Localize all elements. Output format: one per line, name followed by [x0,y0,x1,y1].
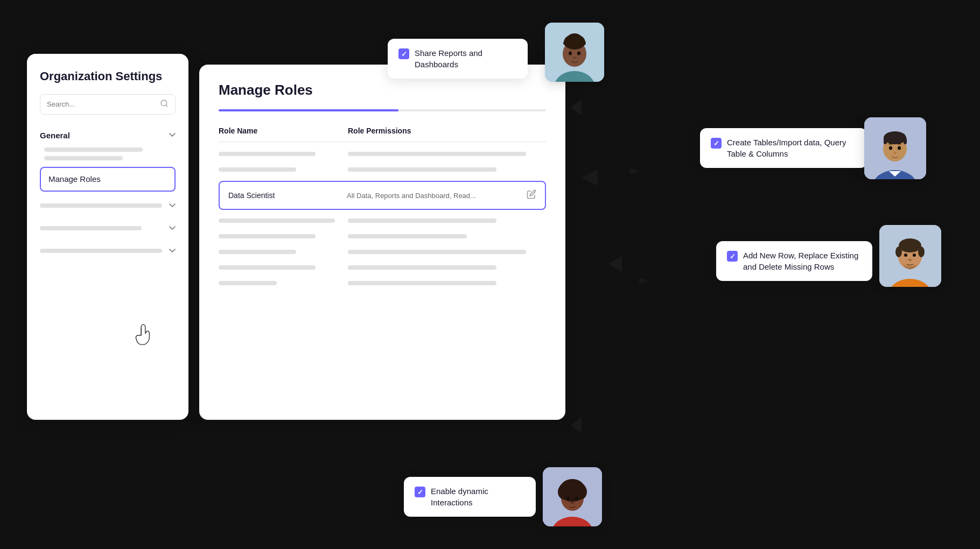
sidebar-panel: Organization Settings General [27,54,188,420]
row-placeholder [219,234,316,238]
svg-point-32 [913,254,916,257]
sidebar-group-3-line [40,249,162,253]
progress-bar-fill [219,109,398,111]
progress-bar-bg [219,109,546,111]
row-placeholder [348,265,496,270]
avatar-1 [545,23,604,82]
general-sub-items [40,147,176,160]
edit-icon[interactable] [527,189,536,201]
search-input[interactable] [47,100,160,108]
perm-text-add-row: Add New Row, Replace Existing and Delete… [743,250,862,272]
svg-point-11 [563,40,572,46]
svg-point-28 [899,238,921,252]
avatar-4 [543,467,602,526]
svg-marker-46 [617,278,648,284]
svg-line-5 [166,105,167,107]
manage-roles-label: Manage Roles [48,174,101,184]
svg-point-41 [566,497,570,501]
svg-point-33 [908,259,912,262]
sidebar-group-1-header[interactable] [40,197,176,214]
sidebar-group-2 [40,220,176,237]
table-body: Data Scientist All Data, Reports and Das… [219,146,546,291]
sidebar-group-2-header[interactable] [40,220,176,237]
svg-point-30 [918,247,925,257]
cursor-hand-icon [134,324,153,350]
sidebar-placeholder-1 [44,147,143,152]
svg-point-43 [571,502,575,504]
sidebar-group-2-line [40,226,142,230]
row-placeholder [219,167,296,172]
row-placeholder [219,152,316,156]
col-role-perms-header: Role Permissions [348,126,546,135]
main-panel: Manage Roles Role Name Role Permissions … [199,65,565,420]
highlighted-table-row[interactable]: Data Scientist All Data, Reports and Das… [219,181,546,210]
svg-point-31 [904,254,907,257]
perm-text-create-tables: Create Tables/Import data, Query Table &… [727,137,856,159]
row-placeholder [348,281,496,285]
svg-marker-45 [607,168,639,174]
table-row [219,146,546,162]
checkbox-create-tables[interactable] [711,138,722,149]
search-icon [160,99,169,110]
svg-rect-20 [884,138,887,144]
permission-card-add-row: Add New Row, Replace Existing and Delete… [716,241,872,281]
checkbox-share-reports[interactable] [398,48,409,59]
general-section-header[interactable]: General [40,128,176,143]
main-title: Manage Roles [219,82,546,98]
row-placeholder [219,250,296,254]
avatar-2 [864,117,926,179]
sidebar-group-1-line [40,203,162,208]
svg-point-29 [895,247,902,257]
row-placeholder [348,152,526,156]
role-perms-text: All Data, Reports and Dashboard, Read... [347,192,527,200]
row-placeholder [348,219,496,223]
svg-point-13 [569,52,572,55]
row-placeholder [348,167,496,172]
checkbox-add-row[interactable] [727,251,738,262]
avatar-3 [879,225,941,287]
connector-arrow-3 [617,276,649,288]
manage-roles-item[interactable]: Manage Roles [40,167,176,192]
svg-marker-3 [571,417,582,433]
table-row [219,213,546,229]
col-role-name-header: Role Name [219,126,348,135]
svg-point-15 [573,57,576,59]
permission-card-create-tables: Create Tables/Import data, Query Table &… [700,128,867,168]
checkbox-dynamic-interactions[interactable] [415,487,425,497]
table-row [219,276,546,291]
sidebar-title: Organization Settings [40,69,176,85]
svg-rect-21 [904,138,907,144]
role-name-text: Data Scientist [228,191,347,200]
permission-card-share-reports: Share Reports and Dashboards [388,39,528,79]
row-placeholder [219,281,277,285]
sidebar-group-2-chevron [169,224,176,232]
search-box[interactable] [40,94,176,115]
general-chevron [169,131,176,139]
row-placeholder [219,219,335,223]
perm-text-share-reports: Share Reports and Dashboards [415,47,517,70]
sidebar-group-3-chevron [169,247,176,255]
svg-point-12 [577,40,586,46]
sidebar-group-3-header[interactable] [40,242,176,259]
table-row [219,229,546,244]
svg-point-19 [884,131,906,144]
table-header: Role Name Role Permissions [219,126,546,142]
table-row [219,162,546,178]
svg-point-24 [893,152,897,154]
table-divider [219,142,546,142]
svg-point-4 [161,100,167,106]
sidebar-group-1 [40,197,176,214]
table-row [219,244,546,260]
svg-point-14 [577,52,580,55]
sidebar-section-general: General [40,128,176,160]
svg-point-22 [889,146,892,150]
svg-marker-2 [608,256,622,272]
table-row [219,260,546,276]
row-placeholder [348,250,526,254]
svg-marker-0 [571,100,582,116]
perm-text-dynamic-interactions: Enable dynamic Interactions [431,485,525,508]
sidebar-placeholder-2 [44,156,123,160]
connector-arrow-2 [607,166,640,179]
svg-point-23 [898,146,901,150]
permission-card-dynamic-interactions: Enable dynamic Interactions [404,477,536,517]
